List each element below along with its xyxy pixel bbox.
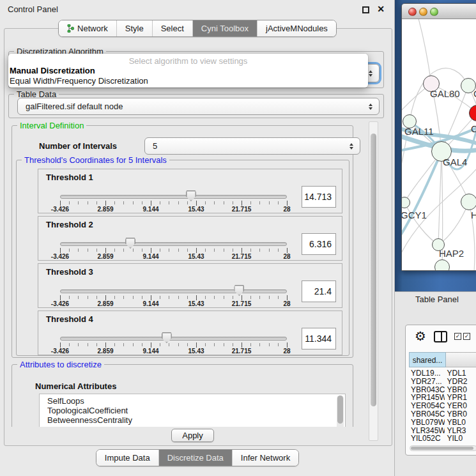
cell: YPR1	[445, 393, 476, 401]
list-item-selfloops[interactable]: SelfLoops	[40, 394, 345, 406]
slider-minor-ticks	[60, 296, 288, 299]
tab-cyni-toolbox[interactable]: Cyni Toolbox	[192, 20, 257, 36]
apply-button[interactable]: Apply	[171, 429, 214, 442]
slider-minor-ticks	[60, 201, 288, 204]
tick-label: 9.144	[142, 253, 158, 260]
threshold-2-value-field[interactable]: 6.316	[302, 233, 336, 255]
cell: YDL1	[445, 369, 476, 377]
scrollbar-thumb[interactable]	[337, 395, 343, 424]
scrollbar-thumb[interactable]	[371, 134, 376, 406]
cell: YBL0	[445, 418, 476, 426]
tick-label: -3.426	[51, 300, 69, 307]
slider-thumb[interactable]	[162, 332, 172, 343]
table-row[interactable]: YLR345WYLR3	[409, 426, 476, 434]
number-of-intervals-label: Number of Intervals	[39, 141, 117, 151]
threshold-1-value-field[interactable]: 14.713	[302, 186, 336, 208]
float-window-icon[interactable]	[362, 6, 369, 13]
control-panel-titlebar: Control Panel ✕	[0, 0, 395, 18]
node-label-clipped-c: C	[471, 123, 476, 134]
checkbox-icon[interactable]: ✓	[454, 333, 461, 340]
tab-style[interactable]: Style	[116, 20, 152, 36]
tab-label: Cyni Toolbox	[201, 20, 249, 36]
node-right-low[interactable]	[461, 194, 476, 210]
threshold-1-label: Threshold 1	[46, 173, 93, 182]
table-row[interactable]: YBR043CYBR0	[409, 385, 476, 394]
tick-label: 28	[283, 253, 290, 260]
number-of-intervals-value: 5	[145, 141, 349, 151]
tick-label: 28	[283, 348, 290, 355]
threshold-4-value-field[interactable]: 11.344	[302, 328, 336, 349]
mac-close-button[interactable]	[408, 8, 417, 16]
network-window-titlebar	[402, 4, 476, 19]
tab-impute-data[interactable]: Impute Data	[96, 450, 158, 466]
mac-minimize-button[interactable]	[419, 8, 427, 16]
tab-discretize-data[interactable]: Discretize Data	[158, 450, 232, 466]
network-canvas[interactable]: GAL80 G GAL11 C GAL4 GCY1 H HAP2	[402, 19, 476, 271]
number-of-intervals-combobox[interactable]: 5	[144, 137, 360, 155]
node-label-gal11: GAL11	[404, 126, 434, 137]
cell: YBR0	[445, 385, 476, 394]
threshold-3-value-field[interactable]: 21.4	[302, 280, 336, 302]
checkbox-icon[interactable]: ✓	[463, 333, 470, 340]
list-item-betweennesscentrality[interactable]: BetweennessCentrality	[40, 415, 345, 425]
slider-minor-ticks	[60, 343, 288, 346]
mac-zoom-button[interactable]	[430, 8, 438, 16]
slider-track[interactable]	[60, 337, 287, 341]
slider-track[interactable]	[60, 195, 287, 199]
table-row[interactable]: YBL079WYBL0	[409, 418, 476, 426]
network-icon	[67, 24, 74, 33]
tick-label: 15.43	[188, 253, 204, 260]
close-icon[interactable]: ✕	[377, 4, 385, 14]
table-panel-title: Table Panel	[415, 295, 459, 304]
split-columns-icon[interactable]	[434, 331, 447, 342]
slider-thumb[interactable]	[186, 190, 196, 201]
tick-label: 2.859	[97, 348, 113, 355]
cyni-bottom-tabbar: Impute Data Discretize Data Infer Networ…	[0, 449, 395, 466]
column-header-shared-name[interactable]: shared...	[409, 352, 446, 367]
network-view-window: GAL80 G GAL11 C GAL4 GCY1 H HAP2	[401, 3, 476, 271]
tab-network[interactable]: Network	[59, 20, 116, 36]
table-data-combobox[interactable]: galFiltered.sif default node	[17, 98, 380, 115]
tick-label: 2.859	[97, 300, 113, 307]
gear-icon[interactable]: ⚙	[415, 329, 426, 343]
popup-item-manual-discretization[interactable]: Manual Discretization	[10, 66, 95, 75]
control-panel-tabbar: Network Style Select Cyni Toolbox jActiv…	[0, 20, 395, 37]
table-row[interactable]: YBR045CYBR0	[409, 410, 476, 418]
screen: Control Panel ✕ Network Style	[0, 0, 476, 476]
table-row[interactable]: YDR27...YDR2	[409, 377, 476, 385]
scrollbar-thumb[interactable]	[411, 447, 473, 450]
tab-label: Style	[125, 20, 144, 36]
table-row[interactable]: YDL19...YDL1	[409, 369, 476, 377]
tick-label: 21.715	[232, 300, 252, 307]
node-label-clipped-g: G	[473, 88, 476, 99]
popup-item-equal-width-frequency[interactable]: Equal Width/Frequency Discretization	[10, 76, 148, 86]
algorithm-dropdown-popup: Select algorithm to view settings Manual…	[8, 54, 368, 88]
popup-hint: Select algorithm to view settings	[8, 56, 368, 66]
attributes-group: Attributes to discretize Numerical Attri…	[12, 364, 353, 427]
column-header-name[interactable]: n	[446, 352, 476, 367]
tick-label: -3.426	[51, 253, 69, 260]
group-title-interval-definition: Interval Definition	[17, 121, 86, 130]
slider-track[interactable]	[60, 242, 287, 246]
tab-select[interactable]: Select	[152, 20, 192, 36]
thresholds-group: Threshold's Coordinates for 5 Intervals …	[16, 160, 349, 356]
combo-arrows-icon	[349, 143, 353, 150]
window-title: Control Panel	[8, 4, 58, 14]
slider-thumb[interactable]	[125, 238, 135, 249]
table-row[interactable]: YIL052CYIL0	[409, 434, 476, 441]
cell: YBL079W	[409, 418, 445, 426]
node-label-gal4: GAL4	[443, 157, 467, 167]
table-horizontal-scrollbar[interactable]	[410, 445, 476, 451]
node-bottom[interactable]	[434, 259, 450, 271]
list-item-topologicalcoefficient[interactable]: TopologicalCoefficient	[40, 406, 345, 415]
attributes-list-scrollbar[interactable]	[337, 395, 344, 427]
tab-infer-network[interactable]: Infer Network	[232, 450, 298, 466]
tab-jactivemnodules[interactable]: jActiveMNodules	[257, 20, 336, 36]
settings-vertical-scrollbar[interactable]	[369, 121, 378, 441]
table-row[interactable]: YPR145WYPR1	[409, 393, 476, 401]
cell: YLR345W	[409, 426, 445, 434]
tab-label: Infer Network	[241, 450, 290, 466]
slider-track[interactable]	[60, 289, 287, 293]
slider-thumb[interactable]	[234, 285, 244, 296]
table-row[interactable]: YER054CYER0	[409, 401, 476, 410]
